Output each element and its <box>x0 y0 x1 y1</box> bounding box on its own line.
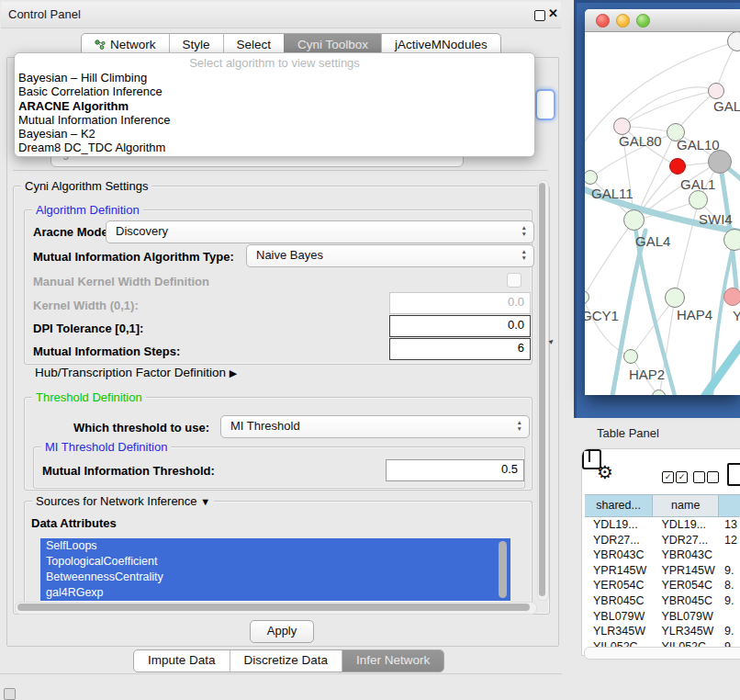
node-label: SWI4 <box>699 211 733 227</box>
groupbox-edge <box>13 170 548 171</box>
network-node[interactable] <box>723 288 740 306</box>
cyni-bottom-tabs: Impute Data Discretize Data Infer Networ… <box>133 649 444 672</box>
attribute-item[interactable]: SelfLoops <box>40 538 510 554</box>
mi-type-label: Mutual Information Algorithm Type: <box>33 250 234 264</box>
table-row[interactable]: YBR045CYBR045C9. <box>585 593 740 609</box>
table-panel: ⚙ ✓ ✓ shared... name YDL19...YDL19...13 … <box>581 448 740 656</box>
mac-close-icon[interactable] <box>596 14 610 28</box>
network-node-gal1[interactable] <box>689 190 708 209</box>
node-label: GCY1 <box>585 308 619 323</box>
table-row[interactable]: YDR27...YDR27...12 <box>585 533 740 548</box>
table-row[interactable]: YBL079WYBL079W <box>585 609 740 625</box>
attribute-list-scrollbar[interactable] <box>499 541 507 598</box>
network-node-hap4[interactable] <box>665 288 685 308</box>
panel-divider <box>0 673 562 674</box>
network-view-panel: GAL GAL80 GAL10 GAL1 GAL11 SWI4 GAL4 GCY… <box>574 0 740 418</box>
network-window[interactable]: GAL GAL80 GAL10 GAL1 GAL11 SWI4 GAL4 GCY… <box>585 9 740 395</box>
manual-kernel-checkbox[interactable] <box>507 273 521 288</box>
stepper-icon: ▲▼ <box>521 224 527 237</box>
apply-button[interactable]: Apply <box>250 620 314 643</box>
column-header-partial[interactable] <box>719 495 740 516</box>
network-window-titlebar[interactable] <box>585 9 740 32</box>
network-node-gal4[interactable] <box>623 209 645 231</box>
network-node-swi4[interactable] <box>723 229 740 251</box>
popup-item[interactable]: Basic Correlation Inference <box>15 85 534 98</box>
table-horizontal-scrollbar[interactable] <box>584 647 740 660</box>
table-row[interactable]: YER054CYER054C8. <box>585 578 740 593</box>
tab-infer-network[interactable]: Infer Network <box>342 650 443 672</box>
inference-algorithm-combo-edge[interactable] <box>535 89 555 120</box>
attribute-item[interactable]: BetweennessCentrality <box>40 570 510 585</box>
data-attributes-list[interactable]: SelfLoops TopologicalCoefficient Between… <box>40 538 510 603</box>
node-label: Y <box>733 308 740 323</box>
network-node[interactable] <box>708 83 724 99</box>
network-node-hub[interactable] <box>708 150 732 174</box>
popup-item-selected[interactable]: ARACNE Algorithm <box>15 99 534 113</box>
which-threshold-label: Which threshold to use: <box>73 421 209 435</box>
attribute-item[interactable]: gal4RGexp <box>40 585 510 601</box>
sources-title[interactable]: Sources for Network Inference ▼ <box>32 494 214 508</box>
table-row[interactable]: YBR043CYBR043C <box>585 548 740 563</box>
network-node-selected[interactable] <box>669 158 686 175</box>
hub-definition-expander[interactable]: Hub/Transcription Factor Definition ▶ <box>35 366 237 379</box>
popup-item[interactable]: Dream8 DC_TDC Algorithm <box>15 141 534 154</box>
panel-title: Control Panel <box>8 7 81 21</box>
network-canvas[interactable]: GAL GAL80 GAL10 GAL1 GAL11 SWI4 GAL4 GCY… <box>585 32 740 395</box>
tab-impute-data[interactable]: Impute Data <box>134 650 230 672</box>
manual-kernel-label: Manual Kernel Width Definition <box>33 275 209 288</box>
popup-placeholder: Select algorithm to view settings <box>15 55 534 71</box>
node-label: HAP4 <box>677 307 712 322</box>
select-all-check-icon[interactable]: ✓ <box>676 471 688 483</box>
popup-item[interactable]: Bayesian – Hill Climbing <box>15 71 534 85</box>
table-header[interactable]: shared... name <box>585 494 740 517</box>
node-label: GAL10 <box>677 137 720 152</box>
mi-threshold-title: MI Threshold Definition <box>41 440 171 454</box>
select-all-check-icon[interactable]: ✓ <box>662 471 674 483</box>
tab-network-label: Network <box>110 35 156 54</box>
gear-icon[interactable]: ⚙ <box>597 461 613 483</box>
popup-item[interactable]: Bayesian – K2 <box>15 127 534 141</box>
settings-vertical-scrollbar[interactable] <box>537 180 549 601</box>
attribute-item[interactable]: TopologicalCoefficient <box>40 554 510 570</box>
column-header-shared-name[interactable]: shared... <box>585 495 653 516</box>
control-panel: Control Panel ✕ Network Style Select Cyn… <box>0 0 562 700</box>
minimized-panel-icon[interactable] <box>4 688 16 700</box>
node-label: HAP2 <box>629 367 665 382</box>
close-icon[interactable]: ✕ <box>548 6 558 20</box>
stepper-icon: ▲▼ <box>517 419 522 432</box>
mi-steps-field[interactable]: 6 <box>389 338 531 360</box>
node-label: GAL4 <box>635 233 670 249</box>
new-column-icon[interactable] <box>727 463 740 486</box>
tab-discretize-data[interactable]: Discretize Data <box>230 650 342 672</box>
which-threshold-combo[interactable]: MI Threshold ▲▼ <box>220 415 530 438</box>
node-table[interactable]: shared... name YDL19...YDL19...13 YDR27.… <box>585 494 740 654</box>
mac-minimize-icon[interactable] <box>616 14 630 28</box>
node-label: GAL <box>713 98 740 114</box>
network-icon <box>95 40 106 51</box>
kernel-width-label: Kernel Width (0,1): <box>33 299 139 312</box>
control-panel-titlebar: Control Panel ✕ <box>1 2 561 28</box>
mi-threshold-field[interactable]: 0.5 <box>386 459 524 481</box>
node-label: GAL80 <box>619 133 662 149</box>
stepper-icon: ▲▼ <box>521 248 527 261</box>
column-header-name[interactable]: name <box>653 495 719 516</box>
data-attributes-label: Data Attributes <box>31 516 117 530</box>
float-window-icon[interactable] <box>534 10 545 21</box>
deselect-all-icon[interactable] <box>693 471 705 483</box>
dpi-tolerance-field[interactable]: 0.0 <box>389 315 531 337</box>
deselect-all-icon[interactable] <box>707 471 719 483</box>
table-row[interactable]: YLR345WYLR345W9. <box>585 624 740 639</box>
threshold-definition-title: Threshold Definition <box>32 390 146 404</box>
table-row[interactable]: YDL19...YDL19...13 <box>585 517 740 533</box>
popup-item[interactable]: Mutual Information Inference <box>15 113 534 127</box>
kernel-width-field[interactable]: 0.0 <box>389 292 531 314</box>
aracne-mode-combo[interactable]: Discovery ▲▼ <box>106 220 534 243</box>
network-node-hap2[interactable] <box>623 349 638 364</box>
aracne-mode-label: Aracne Mode: <box>33 225 112 239</box>
mi-type-combo[interactable]: Naive Bayes ▲▼ <box>246 244 534 267</box>
table-row[interactable]: YPR145WYPR145W9. <box>585 563 740 579</box>
expand-right-icon: ▶ <box>230 367 237 378</box>
settings-horizontal-scrollbar[interactable] <box>15 602 537 615</box>
mac-zoom-icon[interactable] <box>636 14 650 28</box>
dpi-tolerance-label: DPI Tolerance [0,1]: <box>33 322 143 335</box>
